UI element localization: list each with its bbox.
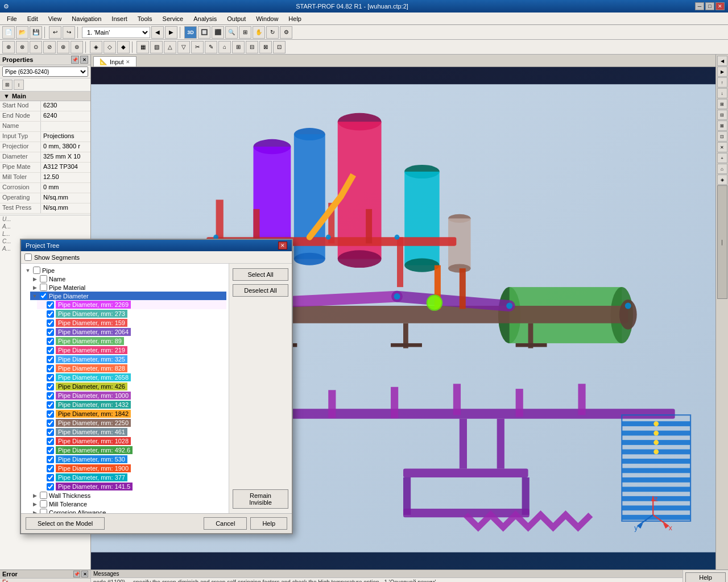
tb2-13[interactable]: ▽	[177, 41, 190, 53]
view2-btn[interactable]: ⬛	[212, 26, 224, 39]
tree-check-d16[interactable]	[47, 438, 54, 445]
tb2-18[interactable]: ⊟	[246, 41, 258, 53]
tree-check-d18[interactable]	[47, 456, 54, 463]
tree-expand-pipe[interactable]: ▼	[24, 267, 31, 274]
tree-item-d16[interactable]: Pipe Diameter, mm: 1028	[37, 436, 226, 446]
tb2-3[interactable]: ⊙	[30, 41, 42, 53]
tree-item-material[interactable]: ▶ Pipe Material	[30, 283, 226, 292]
tree-item-d12[interactable]: Pipe Diameter, mm: 1432	[37, 400, 226, 409]
menu-window[interactable]: Window	[251, 14, 283, 23]
tb2-4[interactable]: ⊘	[43, 41, 56, 53]
select-all-btn[interactable]: Select All	[233, 268, 288, 281]
tree-check-d17[interactable]	[47, 447, 54, 454]
tree-item-d20[interactable]: Pipe Diameter, mm: 377	[37, 473, 226, 482]
rt-10[interactable]: +	[717, 153, 727, 163]
error-close-btn[interactable]: ✕	[81, 571, 88, 577]
3d-btn[interactable]: 3D	[184, 26, 197, 39]
rt-11[interactable]: ⌂	[717, 164, 727, 174]
tree-item-d17[interactable]: Pipe Diameter, mm: 492.6	[37, 446, 226, 455]
error-pin-btn[interactable]: 📌	[73, 571, 80, 577]
help-btn[interactable]: Help	[685, 572, 726, 582]
tree-item-d11[interactable]: Pipe Diameter, mm: 1000	[37, 391, 226, 400]
rt-5[interactable]: ⊞	[717, 99, 727, 109]
tree-item-wall[interactable]: ▶ Wall Thickness	[30, 491, 226, 500]
tree-expand-corrosion[interactable]: ▶	[31, 509, 38, 514]
props-tb-2[interactable]: ↕	[14, 80, 24, 90]
tb2-16[interactable]: ⌂	[218, 41, 231, 53]
tree-check-d9[interactable]	[47, 374, 54, 381]
rt-scroll[interactable]: │	[717, 185, 727, 299]
menu-analysis[interactable]: Analysis	[189, 14, 221, 23]
pipe-selector-dropdown[interactable]: Pipe (6230-6240)	[2, 66, 88, 77]
tree-check-d5[interactable]	[47, 338, 54, 345]
menu-navigation[interactable]: Navigation	[67, 14, 106, 23]
select-model-btn[interactable]: Select on the Model	[26, 517, 105, 530]
undo-btn[interactable]: ↩	[49, 26, 61, 39]
tree-item-d1[interactable]: Pipe Diameter, mm: 2269	[37, 300, 226, 309]
tb2-9[interactable]: ◆	[117, 41, 130, 53]
tb2-12[interactable]: △	[164, 41, 176, 53]
tree-item-name[interactable]: ▶ Name	[30, 275, 226, 283]
save-btn[interactable]: 💾	[30, 26, 42, 39]
restore-btn[interactable]: □	[705, 2, 714, 10]
tree-check-d8[interactable]	[47, 365, 54, 372]
rt-7[interactable]: ⊠	[717, 120, 727, 131]
tree-item-d14[interactable]: Pipe Diameter, mm: 2250	[37, 418, 226, 427]
main-section-header[interactable]: ▼ Main	[0, 92, 90, 101]
rt-6[interactable]: ⊟	[717, 110, 727, 120]
tree-check-name[interactable]	[40, 275, 47, 282]
tree-item-d13[interactable]: Pipe Diameter, mm: 1842	[37, 409, 226, 418]
zoom-btn[interactable]: 🔍	[225, 26, 238, 39]
tree-item-d2[interactable]: Pipe Diameter, mm: 273	[37, 309, 226, 318]
settings-btn[interactable]: ⚙	[280, 26, 292, 39]
props-tb-1[interactable]: ⊞	[2, 80, 13, 90]
dialog-close-btn[interactable]: ✕	[278, 242, 287, 250]
rt-8[interactable]: ⊡	[717, 131, 727, 142]
tb2-2[interactable]: ⊗	[16, 41, 28, 53]
tree-check-d7[interactable]	[47, 356, 54, 363]
tree-expand-diameter[interactable]: ▼	[31, 293, 38, 300]
tree-check-material[interactable]	[40, 284, 47, 291]
tree-item-d4[interactable]: Pipe Diameter, mm: 2064	[37, 327, 226, 336]
tb2-19[interactable]: ⊠	[259, 41, 272, 53]
tb2-5[interactable]: ⊛	[57, 41, 69, 53]
tree-item-milltol[interactable]: ▶ Mill Tolerance	[30, 500, 226, 508]
tree-check-corrosion[interactable]	[40, 509, 47, 513]
tree-check-d3[interactable]	[47, 319, 54, 327]
tb2-8[interactable]: ◇	[104, 41, 116, 53]
tree-root-pipe[interactable]: ▼ Pipe	[23, 266, 226, 275]
deselect-all-btn[interactable]: Deselect All	[233, 284, 288, 297]
tree-check-milltol[interactable]	[40, 500, 47, 508]
rotate-btn[interactable]: ↻	[266, 26, 279, 39]
tree-item-d19[interactable]: Pipe Diameter, mm: 1900	[37, 464, 226, 473]
tree-check-diameter[interactable]	[40, 292, 47, 300]
tree-check-d19[interactable]	[47, 465, 54, 472]
tree-item-d3[interactable]: Pipe Diameter, mm: 159	[37, 318, 226, 327]
tree-item-d8[interactable]: Pipe Diameter, mm: 828	[37, 364, 226, 373]
rt-12[interactable]: ◈	[717, 174, 727, 185]
rt-1[interactable]: ◀	[717, 56, 727, 66]
tb2-6[interactable]: ⊚	[71, 41, 83, 53]
tree-item-d9[interactable]: Pipe Diameter, mm: 2658	[37, 373, 226, 382]
redo-btn[interactable]: ↪	[63, 26, 75, 39]
tb2-1[interactable]: ⊕	[2, 41, 15, 53]
dialog-help-btn[interactable]: Help	[250, 517, 287, 530]
menu-output[interactable]: Output	[222, 14, 250, 23]
tb2-7[interactable]: ◈	[90, 41, 102, 53]
tree-item-corrosion[interactable]: ▶ Corrosion Allowance	[30, 508, 226, 513]
tree-check-d4[interactable]	[47, 329, 54, 336]
menu-view[interactable]: View	[44, 14, 67, 23]
tree-check-d20[interactable]	[47, 474, 54, 481]
main-dropdown[interactable]: 1. 'Main'	[82, 27, 150, 38]
tree-check-d1[interactable]	[47, 301, 54, 309]
tree-item-d18[interactable]: Pipe Diameter, mm: 530	[37, 455, 226, 464]
rt-4[interactable]: ↓	[717, 88, 727, 98]
view1-btn[interactable]: 🔲	[198, 26, 210, 39]
pan-btn[interactable]: ✋	[253, 26, 265, 39]
tree-check-d21[interactable]	[47, 483, 54, 490]
props-pin-btn[interactable]: 📌	[71, 56, 79, 64]
tree-expand-wall[interactable]: ▶	[31, 492, 38, 499]
tree-check-d2[interactable]	[47, 310, 54, 318]
tree-expand-milltol[interactable]: ▶	[31, 501, 38, 508]
new-btn[interactable]: 📄	[2, 26, 15, 39]
